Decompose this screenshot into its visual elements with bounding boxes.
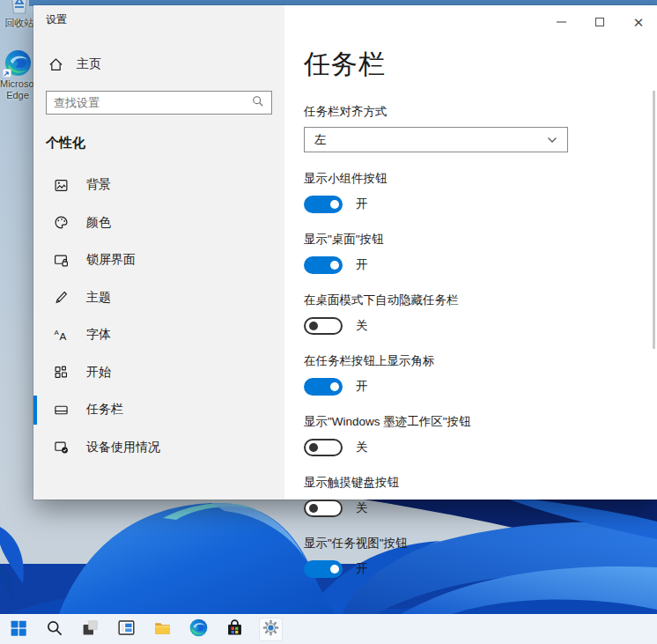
toggle-knob <box>309 322 318 330</box>
taskbar-settings-page: 任务栏 任务栏对齐方式 左 显示小组件按钮 开 显示"桌面"按钮 开 <box>284 5 657 578</box>
search-input[interactable] <box>54 96 252 109</box>
sidebar-item-label: 开始 <box>86 365 111 381</box>
settings-search-box[interactable] <box>46 91 272 115</box>
sidebar-item-label: 任务栏 <box>86 402 123 418</box>
home-icon <box>48 56 63 72</box>
lock-screen-icon <box>53 252 69 268</box>
toggle-label: 显示"桌面"按钮 <box>304 232 657 248</box>
search-button[interactable] <box>42 618 66 641</box>
auto-hide-taskbar-toggle[interactable] <box>304 317 343 335</box>
page-title: 任务栏 <box>304 47 657 83</box>
toggle-state: 关 <box>356 440 368 455</box>
touch-keyboard-toggle[interactable] <box>304 500 343 517</box>
window-controls: ✕ <box>555 14 645 30</box>
toggle-knob <box>309 504 318 513</box>
maximize-button[interactable] <box>594 16 606 28</box>
toggle-label: 在任务栏按钮上显示角标 <box>304 353 657 369</box>
task-view-icon <box>81 618 100 640</box>
themes-pen-icon <box>53 290 69 306</box>
device-usage-icon <box>53 440 69 455</box>
shortcut-arrow-icon <box>3 69 11 78</box>
toggle-label: 显示小组件按钮 <box>304 171 657 187</box>
desktop-icon-label: 回收站 <box>1 18 38 29</box>
toggle-knob <box>330 382 339 391</box>
desktop-icon-edge[interactable]: Microsoft Edge <box>0 49 35 100</box>
alignment-dropdown[interactable]: 左 <box>304 127 568 152</box>
system-taskbar <box>0 614 657 644</box>
desktop-button-toggle[interactable] <box>304 256 343 274</box>
toggle-state: 关 <box>356 318 368 334</box>
gear-icon <box>262 618 280 640</box>
sidebar-item-label: 锁屏界面 <box>86 252 136 268</box>
desktop-icon-label: Microsoft Edge <box>0 78 35 100</box>
minimize-button[interactable] <box>555 16 567 28</box>
scrollbar[interactable] <box>653 91 655 349</box>
settings-sidebar: 设置 主页 个性化 <box>33 5 284 500</box>
background-image-icon <box>53 177 69 193</box>
alignment-dropdown-value: 左 <box>314 132 327 148</box>
minimize-icon <box>557 21 566 23</box>
store-button[interactable] <box>223 618 247 641</box>
toggle-state: 开 <box>356 257 368 273</box>
toggle-label: 显示"任务视图"按钮 <box>304 536 657 551</box>
fonts-icon: A A <box>53 327 69 343</box>
toggle-knob <box>330 565 339 574</box>
search-icon <box>252 95 264 111</box>
sidebar-item-label: 主题 <box>86 290 111 306</box>
sidebar-item-label: 颜色 <box>86 215 111 231</box>
sidebar-item-background[interactable]: 背景 <box>33 167 284 204</box>
widgets-button-toggle[interactable] <box>304 196 343 213</box>
sidebar-item-start[interactable]: 开始 <box>33 354 284 392</box>
sidebar-item-label: 背景 <box>86 177 111 193</box>
toggle-knob <box>309 443 318 452</box>
desktop-screen: 回收站 Microsoft Edge 设置 <box>0 0 657 644</box>
sidebar-item-fonts[interactable]: A A 字体 <box>33 316 284 354</box>
toggle-knob <box>330 200 339 209</box>
edge-button[interactable] <box>187 618 210 641</box>
settings-window: 设置 主页 个性化 <box>33 5 657 500</box>
edge-icon <box>4 49 32 77</box>
settings-content: ✕ 任务栏 任务栏对齐方式 左 显示小组件按钮 开 显示"桌面"按钮 <box>284 5 657 500</box>
start-grid-icon <box>53 365 69 381</box>
desktop-icon-recycle-bin[interactable]: 回收站 <box>1 0 38 29</box>
taskbar-icon <box>53 402 69 418</box>
window-title: 设置 <box>46 12 284 27</box>
recycle-bin-icon <box>6 0 33 16</box>
sidebar-item-label: 字体 <box>86 327 111 343</box>
widgets-button[interactable] <box>114 618 138 641</box>
file-explorer-icon <box>153 618 172 640</box>
sidebar-item-lock-screen[interactable]: 锁屏界面 <box>33 241 284 279</box>
task-view-button[interactable] <box>78 618 102 641</box>
sidebar-item-label: 设备使用情况 <box>86 440 160 455</box>
alignment-label: 任务栏对齐方式 <box>304 104 657 120</box>
sidebar-item-taskbar[interactable]: 任务栏 <box>33 391 284 429</box>
sidebar-section-header: 个性化 <box>46 135 272 152</box>
toggle-state: 开 <box>356 379 368 395</box>
start-button[interactable] <box>6 618 30 641</box>
sidebar-home-label: 主页 <box>77 56 101 72</box>
search-icon <box>46 619 63 640</box>
task-view-toggle[interactable] <box>304 560 343 578</box>
sidebar-item-device-usage[interactable]: 设备使用情况 <box>33 429 284 467</box>
toggle-state: 关 <box>356 500 368 516</box>
toggle-state: 开 <box>356 196 368 212</box>
store-icon <box>225 618 244 640</box>
sidebar-nav: 背景 颜色 <box>33 167 284 466</box>
windows-start-icon <box>9 618 27 640</box>
settings-button[interactable] <box>259 618 283 641</box>
toggle-label: 显示"Windows 墨迹工作区"按钮 <box>304 414 657 430</box>
sidebar-item-colors[interactable]: 颜色 <box>33 204 284 242</box>
sidebar-item-home[interactable]: 主页 <box>41 51 281 78</box>
toggle-label: 显示触摸键盘按钮 <box>304 475 657 491</box>
sidebar-item-themes[interactable]: 主题 <box>33 279 284 317</box>
badges-toggle[interactable] <box>304 378 343 396</box>
file-explorer-button[interactable] <box>151 618 174 641</box>
colors-palette-icon <box>53 215 69 231</box>
maximize-icon <box>595 18 604 26</box>
svg-text:A: A <box>59 330 66 342</box>
ink-workspace-toggle[interactable] <box>304 439 343 456</box>
toggle-label: 在桌面模式下自动隐藏任务栏 <box>304 292 657 308</box>
chevron-down-icon <box>547 133 557 146</box>
edge-icon <box>189 618 208 640</box>
close-button[interactable]: ✕ <box>632 16 645 28</box>
